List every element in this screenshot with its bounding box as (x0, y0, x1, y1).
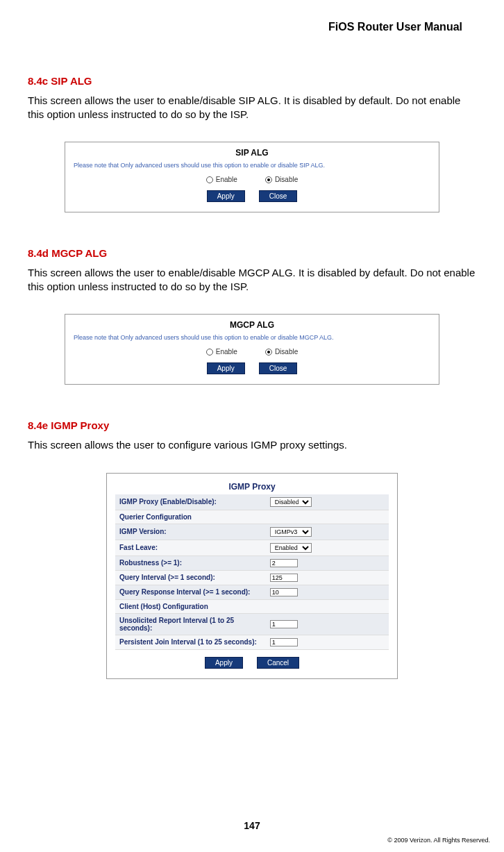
panel-title-igmp: IGMP Proxy (115, 479, 389, 494)
panel-title-mgcp: MGCP ALG (74, 320, 430, 330)
panel-mgcp-alg: MGCP ALG Please note that Only advanced … (65, 314, 439, 385)
page-number: 147 (0, 820, 504, 831)
table-row: Persistent Join Interval (1 to 25 second… (115, 635, 389, 649)
row-label: Query Interval (>= 1 second): (115, 570, 266, 585)
row-label: Unsolicited Report Interval (1 to 25 sec… (115, 613, 266, 635)
panel-sip-alg: SIP ALG Please note that Only advanced u… (65, 142, 439, 212)
igmp-version-select[interactable]: IGMPv3 (270, 527, 312, 537)
radio-icon (265, 349, 272, 356)
persistent-join-input[interactable] (270, 638, 298, 646)
row-value (266, 556, 389, 570)
radio-label: Enable (216, 176, 237, 183)
table-row: Query Response Interval (>= 1 second): (115, 585, 389, 599)
radio-label: Enable (216, 348, 237, 356)
row-label: IGMP Proxy (Enable/Disable): (115, 494, 266, 510)
table-row: Client (Host) Configuration (115, 599, 389, 613)
radio-label: Disable (275, 348, 298, 356)
page-header-title: FiOS Router User Manual (28, 21, 476, 33)
radio-mgcp-disable[interactable]: Disable (265, 348, 298, 356)
radio-icon (206, 176, 213, 183)
body-sip-alg: This screen allows the user to enable/di… (28, 94, 476, 121)
radio-sip-disable[interactable]: Disable (265, 176, 298, 183)
apply-button[interactable]: Apply (207, 190, 245, 202)
panel-note-sip: Please note that Only advanced users sho… (74, 162, 430, 169)
row-label: Query Response Interval (>= 1 second): (115, 585, 266, 599)
apply-button[interactable]: Apply (207, 362, 245, 374)
table-row: Fast Leave: Enabled (115, 540, 389, 556)
radio-icon (265, 176, 272, 183)
unsolicited-report-input[interactable] (270, 620, 298, 628)
row-value: Disabled (266, 494, 389, 510)
row-label: Robustness (>= 1): (115, 556, 266, 570)
row-value (266, 635, 389, 649)
panel-igmp-proxy: IGMP Proxy IGMP Proxy (Enable/Disable): … (106, 473, 398, 679)
heading-sip-alg: 8.4c SIP ALG (28, 75, 476, 87)
row-value: IGMPv3 (266, 524, 389, 540)
table-row: Querier Configuration (115, 510, 389, 524)
row-header: Client (Host) Configuration (115, 599, 389, 613)
heading-igmp-proxy: 8.4e IGMP Proxy (28, 419, 476, 431)
panel-title-sip: SIP ALG (74, 148, 430, 158)
row-label: Persistent Join Interval (1 to 25 second… (115, 635, 266, 649)
table-row: Robustness (>= 1): (115, 556, 389, 570)
query-response-input[interactable] (270, 588, 298, 596)
row-value (266, 570, 389, 585)
query-interval-input[interactable] (270, 574, 298, 582)
radio-sip-enable[interactable]: Enable (206, 176, 237, 183)
table-row: Unsolicited Report Interval (1 to 25 sec… (115, 613, 389, 635)
body-igmp-proxy: This screen allows the user to configure… (28, 438, 476, 452)
row-header: Querier Configuration (115, 510, 389, 524)
robustness-input[interactable] (270, 559, 298, 567)
copyright-text: © 2009 Verizon. All Rights Reserved. (387, 837, 490, 844)
radio-icon (206, 349, 213, 356)
row-value: Enabled (266, 540, 389, 556)
apply-button[interactable]: Apply (205, 657, 243, 669)
cancel-button[interactable]: Cancel (257, 657, 299, 669)
close-button[interactable]: Close (259, 190, 298, 202)
igmp-proxy-select[interactable]: Disabled (270, 497, 312, 507)
fast-leave-select[interactable]: Enabled (270, 543, 312, 553)
row-label: Fast Leave: (115, 540, 266, 556)
row-value (266, 613, 389, 635)
table-row: IGMP Version: IGMPv3 (115, 524, 389, 540)
heading-mgcp-alg: 8.4d MGCP ALG (28, 247, 476, 259)
row-value (266, 585, 389, 599)
row-label: IGMP Version: (115, 524, 266, 540)
table-row: IGMP Proxy (Enable/Disable): Disabled (115, 494, 389, 510)
radio-mgcp-enable[interactable]: Enable (206, 348, 237, 356)
panel-note-mgcp: Please note that Only advanced users sho… (74, 334, 430, 341)
table-row: Query Interval (>= 1 second): (115, 570, 389, 585)
close-button[interactable]: Close (259, 362, 298, 374)
igmp-settings-table: IGMP Proxy (Enable/Disable): Disabled Qu… (115, 494, 389, 650)
radio-label: Disable (275, 176, 298, 183)
body-mgcp-alg: This screen allows the user to enable/di… (28, 266, 476, 293)
